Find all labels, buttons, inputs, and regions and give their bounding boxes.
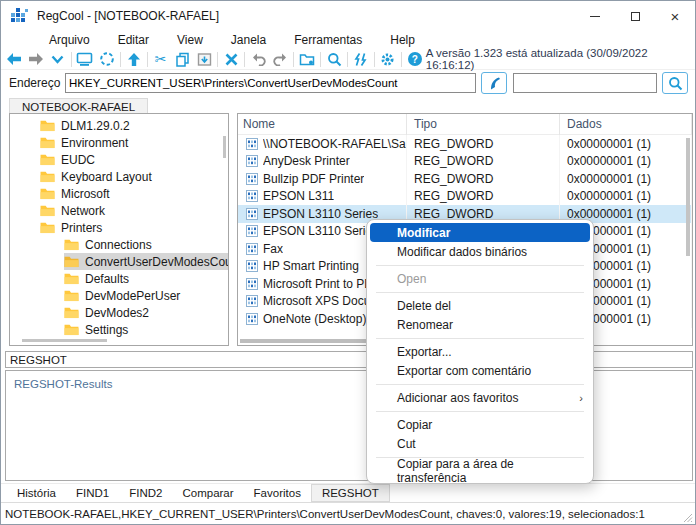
tab-find1[interactable]: FIND1 <box>66 485 119 501</box>
tree-item[interactable]: EUDC <box>10 151 228 168</box>
menu-item-modificar[interactable]: Modificar <box>370 223 590 242</box>
forward-icon <box>28 52 44 66</box>
registry-tree: DLM1.29.0.2 Environment EUDC Keyboard La… <box>9 113 229 346</box>
help-button[interactable]: ? <box>404 49 426 69</box>
tree-item-label: Defaults <box>85 272 129 286</box>
folder-icon <box>64 289 79 302</box>
menu-item-delete[interactable]: Delete del <box>367 296 593 315</box>
remote-connect-button[interactable] <box>96 49 118 69</box>
new-key-button[interactable] <box>296 49 318 69</box>
back-button[interactable] <box>3 49 25 69</box>
column-header-tipo[interactable]: Tipo <box>407 114 560 135</box>
tab-historia[interactable]: História <box>7 485 66 501</box>
value-name: HP Smart Printing <box>263 259 359 273</box>
address-input[interactable] <box>65 73 476 93</box>
toolbar-separator <box>217 52 218 67</box>
redo-button[interactable] <box>269 49 291 69</box>
tree-item[interactable]: DLM1.29.0.2 <box>10 117 228 134</box>
computer-button[interactable] <box>74 49 96 69</box>
tab-comparar[interactable]: Comparar <box>172 485 243 501</box>
list-row[interactable]: AnyDesk Printer REG_DWORD 0x00000001 (1) <box>238 153 692 171</box>
tree-item[interactable]: Network <box>10 202 228 219</box>
menu-item-renomear[interactable]: Renomear <box>367 315 593 334</box>
tree-item[interactable]: Defaults <box>10 270 228 287</box>
menu-item-exportar-com-comentario[interactable]: Exportar com comentário <box>367 361 593 380</box>
tree-item[interactable]: DevModes2 <box>10 304 228 321</box>
menu-item-copiar-para-area-transferencia[interactable]: Copiar para a área de transferência <box>367 461 593 480</box>
list-row[interactable]: EPSON L311 REG_DWORD 0x00000001 (1) <box>238 188 692 206</box>
column-header-dados[interactable]: Dados <box>560 114 692 135</box>
value-name: Microsoft Print to PDF <box>263 277 380 291</box>
tab-find2[interactable]: FIND2 <box>119 485 172 501</box>
minimize-button[interactable] <box>575 1 615 31</box>
undo-button[interactable] <box>247 49 269 69</box>
reg-dword-icon <box>246 295 258 307</box>
maximize-button[interactable] <box>615 1 655 31</box>
filter-input[interactable] <box>513 73 657 93</box>
menu-item-copiar[interactable]: Copiar <box>367 415 593 434</box>
tree-item[interactable]: DevModePerUser <box>10 287 228 304</box>
tree-item[interactable]: Environment <box>10 134 228 151</box>
menu-item-adicionar-aos-favoritos[interactable]: Adicionar aos favoritos › <box>367 388 593 407</box>
tree-item-label: DLM1.29.0.2 <box>61 119 130 133</box>
refresh-button[interactable] <box>350 49 372 69</box>
tree-item[interactable]: Keyboard Layout <box>10 168 228 185</box>
new-key-folder-icon <box>299 52 315 66</box>
resize-grip[interactable] <box>683 513 693 523</box>
go-button[interactable] <box>481 72 507 94</box>
tree-item[interactable]: Microsoft <box>10 185 228 202</box>
reg-dword-icon <box>246 260 258 272</box>
list-row[interactable]: \\NOTEBOOK-RAFAEL\Samsun... REG_DWORD 0x… <box>238 135 692 153</box>
parent-key-button[interactable] <box>123 49 145 69</box>
chevron-down-icon <box>51 55 64 64</box>
menu-ferramentas[interactable]: Ferramentas <box>280 33 376 47</box>
settings-button[interactable] <box>377 49 399 69</box>
folder-icon <box>64 272 79 285</box>
value-name: OneNote (Desktop) <box>263 312 366 326</box>
menu-view[interactable]: View <box>163 33 217 47</box>
tree-item-label: Network <box>61 204 105 218</box>
menu-janela[interactable]: Janela <box>217 33 280 47</box>
history-dropdown-button[interactable] <box>47 49 69 69</box>
tab-regshot-active[interactable]: REGSHOT <box>311 484 390 502</box>
folder-icon <box>40 204 55 217</box>
reg-dword-icon <box>246 278 258 290</box>
version-status-text: A versão 1.323 está atualizada (30/09/20… <box>426 47 687 71</box>
tree-item-label: DevModes2 <box>85 306 149 320</box>
tree-vertical-scrollbar[interactable] <box>223 136 226 158</box>
menu-item-exportar[interactable]: Exportar... <box>367 342 593 361</box>
menu-editar[interactable]: Editar <box>104 33 163 47</box>
list-vertical-scrollbar[interactable] <box>686 138 690 256</box>
tree-item[interactable]: Settings <box>10 321 228 338</box>
cut-button[interactable]: ✂ <box>150 49 172 69</box>
menu-help[interactable]: Help <box>376 33 429 47</box>
tree-item[interactable]: Connections <box>10 236 228 253</box>
tree-item-selected[interactable]: ConvertUserDevModesCount <box>10 253 228 270</box>
copy-button[interactable] <box>172 49 194 69</box>
paste-button[interactable] <box>193 49 215 69</box>
forward-button[interactable] <box>25 49 47 69</box>
list-row[interactable]: Bullzip PDF Printer REG_DWORD 0x00000001… <box>238 170 692 188</box>
list-horizontal-scrollbar[interactable] <box>240 339 368 343</box>
search-button[interactable] <box>323 49 345 69</box>
search-icon <box>668 76 683 91</box>
tree-horizontal-scrollbar[interactable] <box>22 339 107 342</box>
tree-item-label: Keyboard Layout <box>61 170 152 184</box>
tree-item[interactable]: Printers <box>10 219 228 236</box>
tree-item-label: ConvertUserDevModesCount <box>85 255 229 269</box>
value-data: 0x00000001 (1) <box>560 188 692 206</box>
menu-arquivo[interactable]: Arquivo <box>35 33 104 47</box>
list-header: Nome Tipo Dados <box>238 114 692 135</box>
delete-button[interactable] <box>220 49 242 69</box>
regshot-results-label[interactable]: REGSHOT-Results <box>14 378 112 390</box>
tab-favoritos[interactable]: Favoritos <box>244 485 311 501</box>
close-button[interactable]: × <box>655 1 695 31</box>
folder-icon <box>40 153 55 166</box>
menu-separator <box>376 338 584 339</box>
minimize-icon <box>590 16 600 17</box>
menu-item-modificar-dados-binarios[interactable]: Modificar dados binários <box>367 242 593 261</box>
menu-item-cut[interactable]: Cut <box>367 434 593 453</box>
column-header-nome[interactable]: Nome <box>238 114 407 135</box>
search-go-button[interactable] <box>662 72 688 94</box>
menu-separator <box>376 384 584 385</box>
